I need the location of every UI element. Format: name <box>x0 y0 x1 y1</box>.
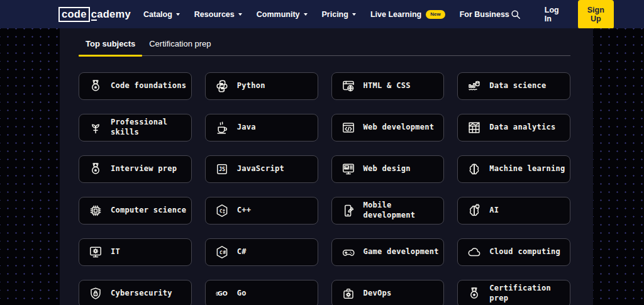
subjects-tabbar: Top subjectsCertification prep <box>79 35 570 56</box>
nav-item-for-business[interactable]: For Business <box>460 10 509 19</box>
page-body: Top subjectsCertification prep Code foun… <box>0 28 644 305</box>
subject-card-mobile-development[interactable]: Mobile development <box>331 197 445 225</box>
medal-star-icon <box>88 162 103 177</box>
cloud-icon <box>467 245 482 260</box>
subject-card-label: Web development <box>364 123 435 133</box>
subject-card-machine-learning[interactable]: Machine learning <box>457 155 570 183</box>
cpp-hexagon-icon: C <box>214 203 230 218</box>
subject-card-cloud-computing[interactable]: Cloud computing <box>457 238 570 266</box>
browser-globe-icon <box>341 79 356 94</box>
primary-nav: CatalogResourcesCommunityPricingLive Lea… <box>143 10 509 19</box>
ai-chip-icon <box>467 203 482 218</box>
caret-down-icon <box>176 13 180 16</box>
svg-text:JS: JS <box>219 166 225 172</box>
subject-card-ai[interactable]: AI <box>457 197 570 225</box>
subject-card-label: Certification prep <box>489 284 566 303</box>
subject-card-label: IT <box>111 247 120 257</box>
python-icon <box>214 79 230 94</box>
csharp-hexagon-icon: C <box>214 245 230 260</box>
subject-card-c[interactable]: CC++ <box>205 197 318 225</box>
signup-button[interactable]: Sign Up <box>578 0 614 29</box>
logo-boxed-text: code <box>58 7 90 22</box>
subject-card-label: Code foundations <box>111 81 186 91</box>
subject-card-label: Web design <box>364 164 411 174</box>
subject-card-javascript[interactable]: JSJavaScript <box>205 155 318 183</box>
svg-text:GO: GO <box>218 290 228 297</box>
codecademy-homepage: codecademy CatalogResourcesCommunityPric… <box>0 0 644 305</box>
subject-card-data-science[interactable]: Data science <box>457 72 570 100</box>
shield-lock-icon <box>88 286 103 301</box>
brain-icon <box>467 162 482 177</box>
svg-text:C: C <box>219 208 223 214</box>
subject-card-label: C# <box>237 247 247 257</box>
nav-item-catalog[interactable]: Catalog <box>143 10 180 19</box>
subject-card-web-design[interactable]: Web design <box>331 155 445 183</box>
chip-icon <box>88 203 103 218</box>
subject-card-cybersecurity[interactable]: Cybersecurity <box>79 280 192 305</box>
subject-card-label: Python <box>237 81 265 91</box>
js-badge-icon: JS <box>214 162 230 177</box>
subject-card-label: Data analytics <box>489 123 555 133</box>
nav-item-label: Catalog <box>143 10 172 19</box>
navbar-right-group: Log In Sign Up <box>509 0 614 29</box>
caret-down-icon <box>304 13 308 16</box>
subject-card-label: C++ <box>237 206 252 216</box>
codecademy-logo[interactable]: codecademy <box>58 7 131 22</box>
subject-card-label: AI <box>489 206 499 216</box>
subject-card-it[interactable]: IT <box>79 238 192 266</box>
subject-card-python[interactable]: Python <box>205 72 318 100</box>
svg-text:C: C <box>219 250 223 255</box>
subject-card-label: Java <box>237 123 256 133</box>
subject-card-data-analytics[interactable]: Data analytics <box>457 114 570 141</box>
subject-card-label: Data science <box>489 81 546 91</box>
plant-icon <box>88 120 103 135</box>
tab-certification-prep[interactable]: Certification prep <box>142 35 218 55</box>
monitor-gear-icon <box>88 245 103 260</box>
nav-item-label: For Business <box>460 10 509 19</box>
gamepad-icon <box>341 245 356 260</box>
subject-card-certification-prep[interactable]: Certification prep <box>457 280 570 305</box>
nav-item-resources[interactable]: Resources <box>194 10 242 19</box>
subject-card-game-development[interactable]: Game development <box>331 238 445 266</box>
go-logo-icon: GO <box>214 286 230 301</box>
subject-card-interview-prep[interactable]: Interview prep <box>79 155 192 183</box>
subject-card-label: Go <box>237 289 247 299</box>
subject-card-label: Cloud computing <box>489 247 560 257</box>
subject-card-code-foundations[interactable]: Code foundations <box>79 72 192 100</box>
caret-down-icon <box>238 13 242 16</box>
subject-card-java[interactable]: Java <box>205 114 318 141</box>
nav-item-label: Resources <box>194 10 235 19</box>
nav-item-label: Community <box>257 10 300 19</box>
subject-card-go[interactable]: GOGo <box>205 280 318 305</box>
subject-card-label: Computer science <box>111 206 186 216</box>
left-dot-gutter <box>0 28 60 305</box>
medal-icon <box>88 79 103 94</box>
nav-item-pricing[interactable]: Pricing <box>322 10 356 19</box>
logo-rest: ademy <box>97 8 131 19</box>
chart-database-icon <box>467 79 482 94</box>
tab-top-subjects[interactable]: Top subjects <box>79 35 142 55</box>
subject-card-c[interactable]: CC# <box>205 238 318 266</box>
monitor-image-icon <box>341 162 356 177</box>
subject-card-computer-science[interactable]: Computer science <box>79 197 192 225</box>
subject-card-label: Game development <box>364 247 439 257</box>
subject-card-label: Professional skills <box>111 118 187 137</box>
nav-item-live-learning[interactable]: Live LearningNew <box>370 10 445 19</box>
subject-card-web-development[interactable]: Web development <box>331 114 445 141</box>
subject-card-html-css[interactable]: HTML & CSS <box>331 72 445 100</box>
new-badge: New <box>426 10 445 19</box>
coffee-cup-icon <box>214 120 230 135</box>
logo-cursor-letter: c <box>91 8 97 21</box>
search-icon[interactable] <box>509 8 522 21</box>
toolbox-gear-icon <box>341 286 356 301</box>
subjects-grid: Code foundationsPythonHTML & CSSData sci… <box>79 72 570 305</box>
subject-card-devops[interactable]: DevOps <box>331 280 445 305</box>
medal-ribbon-icon <box>467 286 482 301</box>
subjects-panel: Top subjectsCertification prep Code foun… <box>60 28 593 305</box>
nav-item-community[interactable]: Community <box>257 10 308 19</box>
top-navbar: codecademy CatalogResourcesCommunityPric… <box>0 0 644 28</box>
subject-card-label: Interview prep <box>111 164 177 174</box>
login-link[interactable]: Log In <box>545 6 559 23</box>
subject-card-professional-skills[interactable]: Professional skills <box>79 114 192 141</box>
table-chart-icon <box>467 120 482 135</box>
